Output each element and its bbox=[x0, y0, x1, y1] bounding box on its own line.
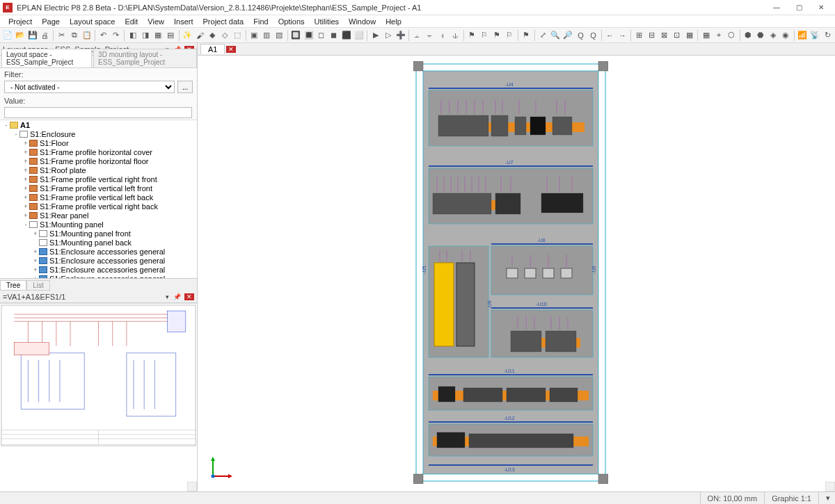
tree-item[interactable]: +S1:Frame profile vertical right front bbox=[0, 174, 197, 184]
scrollbar-corner[interactable] bbox=[825, 482, 835, 491]
tb-align-icon[interactable]: ⫞ bbox=[437, 29, 449, 42]
tree-item[interactable]: +S1:Enclosure accessories general bbox=[0, 247, 197, 256]
tree-item[interactable]: +S1:Frame profile vertical left front bbox=[0, 184, 197, 193]
expand-icon[interactable]: + bbox=[22, 176, 29, 183]
tree-item[interactable]: +S1:Mounting panel front bbox=[0, 229, 197, 238]
menu-project-data[interactable]: Project data bbox=[199, 17, 248, 26]
expand-icon[interactable]: + bbox=[32, 266, 39, 273]
menu-find[interactable]: Find bbox=[249, 17, 272, 26]
tb-print-icon[interactable]: 🖨 bbox=[39, 29, 51, 42]
tab-layout-space[interactable]: Layout space - ESS_Sample_Project bbox=[1, 49, 92, 67]
tb-icon[interactable]: ◧ bbox=[127, 29, 138, 42]
tb-brush-icon[interactable]: 🖌 bbox=[194, 29, 206, 42]
tb-signal-icon[interactable]: 📶 bbox=[797, 29, 809, 42]
menu-page[interactable]: Page bbox=[38, 17, 64, 26]
tb-icon[interactable]: ◇ bbox=[219, 29, 231, 42]
status-dropdown[interactable]: ▾ bbox=[818, 492, 835, 504]
tb-icon[interactable]: ◼ bbox=[328, 29, 340, 42]
minimize-button[interactable]: — bbox=[765, 1, 788, 14]
pin-icon[interactable]: 📌 bbox=[171, 293, 183, 300]
menu-options[interactable]: Options bbox=[274, 17, 309, 26]
close-button[interactable]: ✕ bbox=[810, 1, 832, 14]
tb-icon[interactable]: ▣ bbox=[248, 29, 260, 42]
expand-icon[interactable]: - bbox=[22, 221, 29, 228]
expand-icon[interactable]: + bbox=[32, 248, 39, 255]
tree-item[interactable]: +S1:Enclosure accessories general bbox=[0, 265, 197, 274]
canvas-tab-a1[interactable]: A1 bbox=[200, 44, 225, 54]
menu-view[interactable]: View bbox=[143, 17, 168, 26]
tb-icon[interactable]: ⬚ bbox=[232, 29, 244, 42]
tb-icon[interactable]: ⬛ bbox=[340, 29, 352, 42]
tb-icon[interactable]: 🔲 bbox=[290, 29, 302, 42]
tb-3d-icon[interactable]: ⬣ bbox=[755, 29, 767, 42]
tb-icon[interactable]: ▶ bbox=[369, 29, 381, 42]
tb-align-icon[interactable]: ⫝ bbox=[450, 29, 461, 42]
expand-icon[interactable]: + bbox=[32, 275, 39, 279]
tree-item[interactable]: +S1:Enclosure accessories general bbox=[0, 256, 197, 265]
tree-item[interactable]: +S1:Frame profile vertical left back bbox=[0, 193, 197, 202]
tb-zoom-fit-icon[interactable]: ⤢ bbox=[537, 29, 549, 42]
tree-item[interactable]: -S1:Mounting panel bbox=[0, 220, 197, 229]
filter-select[interactable]: - Not activated - bbox=[4, 81, 175, 93]
tb-wifi-icon[interactable]: 📡 bbox=[809, 29, 821, 42]
tree-root[interactable]: - A1 bbox=[0, 120, 197, 129]
tree-item[interactable]: -S1:Enclosure bbox=[0, 129, 197, 138]
tb-target-icon[interactable]: ⌖ bbox=[713, 29, 724, 42]
tree-item[interactable]: +S1:Rear panel bbox=[0, 211, 197, 220]
tb-icon[interactable]: ◆ bbox=[207, 29, 218, 42]
expand-icon[interactable]: + bbox=[22, 203, 29, 210]
tree-item[interactable]: +S1:Frame profile vertical right back bbox=[0, 202, 197, 211]
tb-back-icon[interactable]: ← bbox=[604, 29, 616, 42]
tb-3d-icon[interactable]: ◉ bbox=[780, 29, 792, 42]
tb-snap-icon[interactable]: ⬡ bbox=[725, 29, 737, 42]
tb-icon[interactable]: ▦ bbox=[152, 29, 164, 42]
schematic-preview[interactable] bbox=[0, 303, 197, 491]
tree-item[interactable]: S1:Mounting panel back bbox=[0, 238, 197, 247]
tb-icon[interactable]: ◨ bbox=[139, 29, 151, 42]
expand-icon[interactable]: + bbox=[22, 212, 29, 219]
tb-grid-icon[interactable]: ⊠ bbox=[658, 29, 670, 42]
tb-grid-icon[interactable]: ⊟ bbox=[646, 29, 658, 42]
tb-new-icon[interactable]: 📄 bbox=[1, 29, 13, 42]
tb-zoom-in-icon[interactable]: 🔍 bbox=[550, 29, 562, 42]
expand-icon[interactable]: + bbox=[22, 158, 29, 165]
expand-icon[interactable]: + bbox=[22, 185, 29, 192]
tb-zoom-icon[interactable]: Q bbox=[587, 29, 599, 42]
scrollbar-corner[interactable] bbox=[187, 482, 197, 491]
tb-3d-icon[interactable]: ◈ bbox=[768, 29, 779, 42]
tab-tree[interactable]: Tree bbox=[0, 280, 26, 291]
menu-help[interactable]: Help bbox=[381, 17, 406, 26]
tb-icon[interactable]: ▥ bbox=[261, 29, 273, 42]
tb-grid-icon[interactable]: ▦ bbox=[700, 29, 712, 42]
tb-open-icon[interactable]: 📂 bbox=[14, 29, 26, 42]
collapse-icon[interactable]: - bbox=[3, 122, 10, 129]
navigator-tree[interactable]: - A1 -S1:Enclosure+S1:Floor+S1:Frame pro… bbox=[0, 120, 197, 278]
tb-grid-icon[interactable]: ▦ bbox=[683, 29, 695, 42]
tb-flag-icon[interactable]: ⚐ bbox=[504, 29, 516, 42]
menu-edit[interactable]: Edit bbox=[120, 17, 142, 26]
tb-redo-icon[interactable]: ↷ bbox=[110, 29, 122, 42]
tb-plus-icon[interactable]: ➕ bbox=[395, 29, 406, 42]
tb-copy-icon[interactable]: ⧉ bbox=[68, 29, 80, 42]
tb-wand-icon[interactable]: ✨ bbox=[182, 29, 193, 42]
drawing-canvas[interactable]: -U4 -U7 bbox=[198, 56, 835, 491]
tb-grid-icon[interactable]: ⊡ bbox=[671, 29, 683, 42]
close-preview-icon[interactable]: ✕ bbox=[184, 293, 194, 300]
expand-icon[interactable]: + bbox=[22, 149, 29, 156]
menu-utilities[interactable]: Utilities bbox=[310, 17, 343, 26]
tb-paste-icon[interactable]: 📋 bbox=[81, 29, 93, 42]
tree-item[interactable]: +S1:Floor bbox=[0, 138, 197, 147]
tb-icon[interactable]: ▤ bbox=[165, 29, 177, 42]
filter-ellipsis-button[interactable]: ... bbox=[177, 81, 193, 93]
expand-icon[interactable]: - bbox=[13, 131, 19, 138]
value-input[interactable] bbox=[4, 107, 192, 118]
tb-flag-icon[interactable]: ⚑ bbox=[491, 29, 503, 42]
tb-3d-icon[interactable]: ⬢ bbox=[742, 29, 754, 42]
tb-icon[interactable]: ◻ bbox=[315, 29, 327, 42]
tb-refresh-icon[interactable]: ↻ bbox=[822, 29, 834, 42]
expand-icon[interactable]: + bbox=[32, 257, 39, 264]
tb-icon[interactable]: ▧ bbox=[273, 29, 285, 42]
maximize-button[interactable]: ▢ bbox=[788, 1, 810, 14]
expand-icon[interactable]: + bbox=[22, 194, 29, 201]
menu-window[interactable]: Window bbox=[344, 17, 380, 26]
